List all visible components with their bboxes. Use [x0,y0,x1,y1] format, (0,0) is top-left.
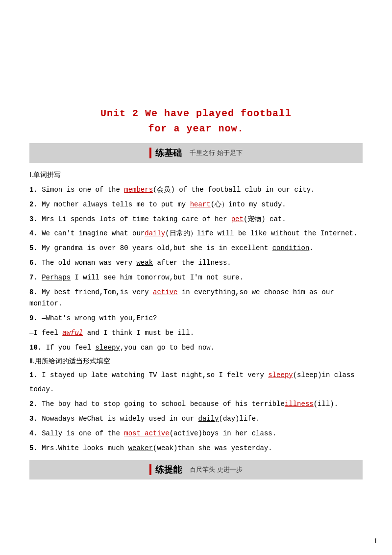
item5-num: 5. [29,244,38,252]
section1-item5: 5. My grandma is over 80 years old,but s… [29,243,363,254]
item7-num: 7. [29,274,38,281]
s2item1-num: 1. [29,371,38,379]
item1-before: Simon is one of the [42,186,124,194]
s2item5-after: than she was yesterday. [178,444,272,452]
s2item2-num: 2. [29,400,38,408]
item10-after: ,you can go to bed now. [120,344,215,352]
unit-title-line1: Unit 2 We have played football [29,108,363,119]
item4-before: We can't imagine what our [42,229,145,237]
banner1: 练基础 千里之行 始于足下 [29,143,363,163]
item2-before: My mother always tells me to put my [42,201,190,208]
item6-num: 6. [29,259,38,267]
s2item5-middle: (weak) [153,444,177,452]
s2item1-after: in class [322,371,355,379]
item8-before: My best friend,Tom,is very [42,288,153,296]
item9b-after: and I think I must be ill. [83,329,194,337]
top-spacer [29,10,363,108]
banner1-main: 练基础 [155,147,182,159]
page: Unit 2 We have played football for a yea… [0,0,392,555]
item9b-before: —I feel [29,329,62,337]
s2item4-middle: (active) [170,429,202,437]
item2-num: 2. [29,201,38,208]
unit-title-line2: for a year now. [29,123,363,134]
s2item1-before: I stayed up late watching TV last night,… [42,371,268,379]
s2item4-before: Sally is one of the [42,429,124,437]
item8-num: 8. [29,288,38,296]
section1-header: Ⅰ.单词拼写 [29,171,363,179]
item2-answer: heart [190,201,211,208]
section2-item1: 1. I stayed up late watching TV last nig… [29,370,363,381]
banner1-bar [149,148,151,158]
item3-num: 3. [29,215,38,223]
section2-item4: 4. Sally is one of the most active(activ… [29,428,363,440]
item4-answer: daily [145,229,165,237]
section1-item1: 1. Simon is one of the members(会员) of th… [29,184,363,196]
s2item5-before: Mrs.White looks much [42,444,128,452]
section1-item2: 2. My mother always tells me to put my h… [29,199,363,211]
item3-after: (宠物) cat. [244,215,286,223]
s2item3-before: Nowadays WeChat is widely used in our [42,415,198,423]
item1-after: (会员) of the football club in our city. [153,186,315,194]
s2item4-num: 4. [29,429,38,437]
item9b-answer: awful [62,329,83,337]
item10-before: If you feel [46,344,96,352]
section1-item3: 3. Mrs Li spends lots of time taking car… [29,214,363,226]
s2item3-middle: (day) [219,415,240,423]
item1-num: 1. [29,186,38,194]
s2item3-num: 3. [29,415,38,423]
section1-item10: 10. If you feel sleepy,you can go to bed… [29,342,363,354]
section1-item9a: 9. —What's wrong with you,Eric? [29,313,363,325]
section2-item5: 5. Mrs.White looks much weaker(weak)than… [29,443,363,454]
banner2-main: 练提能 [155,464,182,476]
item4-after: (日常的）life will be like without the Inter… [165,229,357,237]
section1-item9b: —I feel awful and I think I must be ill. [29,328,363,339]
s2item2-before: The boy had to stop going to school beca… [42,400,285,408]
item5-answer: condition [272,244,310,252]
item7-after: I will see him tomorrow,but I'm not sure… [71,274,244,281]
s2item4-after: boys in her class. [202,429,276,437]
s2item4-answer: most active [124,429,169,437]
item6-answer: weak [136,259,153,267]
item1-answer: members [124,186,153,194]
item5-before: My grandma is over 80 years old,but she … [42,244,272,252]
item7-answer: Perhaps [42,274,71,281]
item2-after: (心）into my study. [211,201,286,208]
s2item5-answer: weaker [128,444,153,452]
item5-after: . [309,244,313,252]
s2item2-middle: (ill). [314,400,338,408]
item6-before: The old woman was very [42,259,136,267]
s2item3-after: life. [240,415,260,423]
s2item1-middle: (sleep) [293,371,322,379]
banner2-bar [149,464,151,475]
section2-item2: 2. The boy had to stop going to school b… [29,399,363,410]
section1-item6: 6. The old woman was very weak after the… [29,257,363,269]
section2-item3: 3. Nowadays WeChat is widely used in our… [29,413,363,425]
s2item5-num: 5. [29,444,38,452]
item10-answer: sleepy [95,344,120,352]
banner2: 练提能 百尺竿头 更进一步 [29,460,363,479]
section1-item8: 8. My best friend,Tom,is very active in … [29,287,363,310]
section1-item4: 4. We can't imagine what ourdaily(日常的）li… [29,228,363,240]
item4-num: 4. [29,229,38,237]
s2item2-answer: illness [285,400,314,408]
banner1-sub: 千里之行 始于足下 [190,149,242,157]
s2item1-answer: sleepy [268,371,293,379]
s2item1-cont-text: today. [29,385,54,393]
item10-num: 10. [29,344,42,352]
page-number: 1 [374,537,377,545]
section1-item7: 7. Perhaps I will see him tomorrow,but I… [29,272,363,284]
s2item3-answer: daily [198,415,219,423]
item9-num: 9. [29,314,38,322]
section2-item1-cont: today. [29,384,363,396]
item6-after: after the illness. [153,259,231,267]
section2-header: Ⅱ.用所给词的适当形式填空 [29,357,363,366]
item8-answer: active [153,288,177,296]
item3-answer: pet [231,215,244,223]
banner2-sub: 百尺竿头 更进一步 [190,465,242,474]
item9a-text: —What's wrong with you,Eric? [42,314,157,322]
item3-before: Mrs Li spends lots of time taking care o… [42,215,231,223]
